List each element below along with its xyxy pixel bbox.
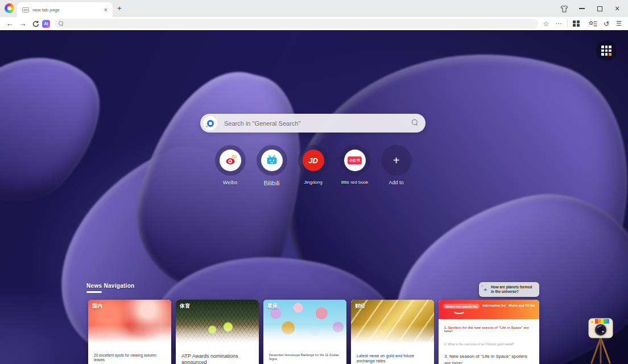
window-controls: × (560, 0, 628, 17)
main-search-bar[interactable] (200, 114, 425, 133)
news-card-image: 国内 (88, 300, 171, 345)
news-navigation-active-indicator (86, 291, 102, 293)
tab-title: new tab page (32, 7, 101, 13)
hot-list-tab-information[interactable]: Information list (483, 304, 506, 307)
quick-link-label: little red book (341, 180, 369, 185)
quick-links-row: Weibo Bilibili JD Jingdong 小红书 little re… (209, 145, 418, 187)
news-card-tag: 体育 (180, 303, 190, 310)
favorites-list-icon[interactable] (587, 17, 598, 30)
news-card-caption: Latest news on gold and future exchange … (351, 345, 434, 364)
ai-suggestion-chip[interactable]: ✦ ✦ How are planets formed in the univer… (479, 282, 539, 297)
news-card-caption: 20 excellent spots for viewing autumn le… (88, 345, 171, 362)
undo-restore-icon[interactable]: ↺ (602, 17, 611, 30)
sparkle-icon: ✦ ✦ (482, 286, 489, 293)
address-bar[interactable] (54, 19, 538, 28)
hot-list-body: 1. Spoilers for the new season of "Life … (439, 319, 539, 364)
quick-link-little-red-book[interactable]: 小红书 little red book (334, 145, 375, 187)
close-window-button[interactable]: × (613, 5, 621, 13)
add-plus-icon: + (393, 155, 400, 166)
quick-link-label: Bilibili (263, 180, 279, 187)
hot-list-tab-movie-tv[interactable]: Movie and TV list (509, 304, 535, 307)
extensions-grid-icon[interactable] (571, 17, 581, 30)
news-card-sports[interactable]: 体育 ATP Awards nominations announced (176, 300, 259, 364)
tab-new-tab-page[interactable]: new tab page × (17, 2, 113, 17)
news-navigation-title[interactable]: News Navigation (86, 283, 135, 289)
hot-list-header: Weibo hot search list Information list M… (439, 300, 539, 319)
new-tab-wallpaper: Weibo Bilibili JD Jingdong 小红书 little re… (0, 30, 628, 364)
search-magnifier-icon[interactable] (412, 119, 418, 126)
news-card-caption: December Horoscope Rankings for the 12 Z… (263, 345, 346, 361)
theme-shirt-icon[interactable] (560, 5, 568, 13)
camera-tripod-icon (586, 314, 615, 364)
new-tab-button[interactable]: + (117, 4, 122, 13)
hot-list-card[interactable]: Weibo hot search list Information list M… (439, 300, 539, 364)
news-card-tag: 国内 (92, 303, 102, 310)
maximize-button[interactable] (596, 5, 604, 13)
bilibili-icon (261, 150, 283, 171)
quick-link-jingdong[interactable]: JD Jingdong (292, 145, 334, 187)
news-card-tag: 财经 (355, 303, 365, 310)
back-icon[interactable]: ← (5, 17, 15, 30)
news-card-finance[interactable]: 财经 Latest news on gold and future exchan… (351, 300, 434, 364)
news-cards-row: 国内 20 excellent spots for viewing autumn… (88, 300, 539, 364)
browser-toolbar: ← → AI ☆ ⋯ ↺ ☰ (0, 17, 628, 30)
quick-link-weibo[interactable]: Weibo (209, 145, 251, 187)
refresh-icon[interactable] (31, 17, 41, 30)
wallpaper-camera-tool[interactable] (586, 314, 615, 364)
news-card-image: 财经 (351, 300, 434, 345)
hot-list-item[interactable]: 1. Spoilers for the new season of "Life … (444, 326, 534, 333)
search-engine-logo-icon[interactable] (203, 116, 217, 130)
news-card-tag: 星座 (267, 303, 278, 310)
more-options-icon[interactable]: ⋯ (554, 17, 563, 30)
minimize-button[interactable] (578, 5, 586, 13)
news-card-image: 星座 (263, 300, 346, 345)
quick-link-label: Add to (389, 180, 403, 185)
news-card-caption: ATP Awards nominations announced (176, 345, 259, 364)
ai-suggestion-text: How are planets formed in the universe? (491, 285, 535, 293)
hot-list-item[interactable]: 2. What is the cost price of an Olympic … (444, 342, 534, 346)
weibo-icon (220, 150, 241, 171)
apps-grid-button[interactable] (596, 40, 617, 61)
quick-link-label: Jingdong (304, 180, 322, 185)
news-card-domestic[interactable]: 国内 20 excellent spots for viewing autumn… (88, 300, 171, 364)
tab-strip: new tab page × + × (0, 0, 628, 17)
hot-list-smile-indicator (452, 309, 466, 314)
quick-link-bilibili[interactable]: Bilibili (251, 145, 292, 187)
quick-link-label: Weibo (223, 180, 237, 185)
toolbar-divider (567, 20, 568, 27)
forward-icon[interactable]: → (18, 17, 28, 30)
apps-grid-icon (601, 46, 611, 55)
news-card-image: 体育 (176, 300, 259, 345)
menu-hamburger-icon[interactable]: ☰ (614, 17, 623, 30)
hot-list-item[interactable]: 3. New season of "Life in Space" spoiler… (444, 353, 534, 364)
search-input[interactable] (224, 114, 395, 133)
browser-logo-icon[interactable] (5, 3, 14, 13)
ai-assistant-icon[interactable]: AI (42, 20, 50, 28)
search-icon (59, 21, 64, 26)
jd-icon: JD (303, 150, 324, 171)
bookmark-star-icon[interactable]: ☆ (542, 17, 551, 30)
news-card-horoscope[interactable]: 星座 December Horoscope Rankings for the 1… (263, 300, 346, 364)
quick-link-add[interactable]: + Add to (375, 145, 417, 187)
tab-close-icon[interactable]: × (104, 7, 108, 13)
hot-list-tab-weibo[interactable]: Weibo hot search list (443, 304, 480, 309)
xiaohongshu-icon: 小红书 (344, 150, 366, 171)
browser-window: new tab page × + × ← → AI ☆ ⋯ (0, 0, 628, 364)
page-icon (22, 7, 29, 13)
